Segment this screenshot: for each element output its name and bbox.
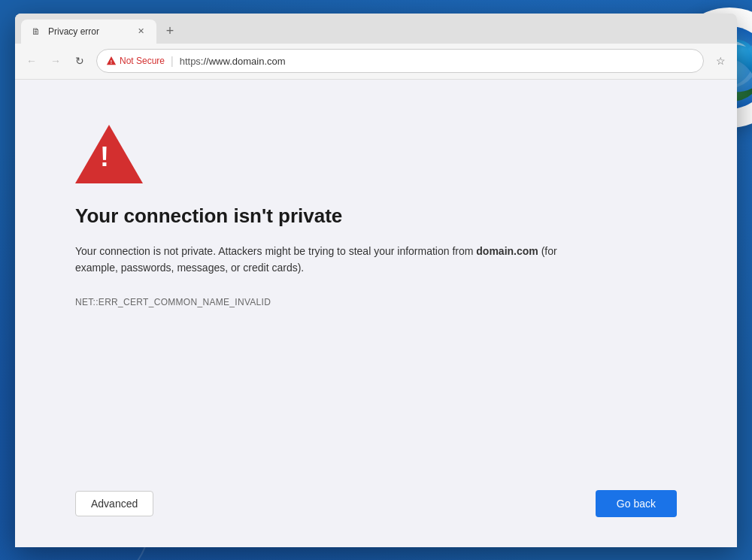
favorites-button[interactable]: ☆ bbox=[710, 50, 731, 71]
description-before: Your connection is not private. Attacker… bbox=[75, 245, 476, 257]
warning-triangle-icon bbox=[75, 125, 143, 183]
tab-title: Privacy error bbox=[48, 26, 128, 37]
browser-window: 🗎 Privacy error ✕ + ← → ↻ ! Not Secure |… bbox=[15, 14, 737, 547]
advanced-button[interactable]: Advanced bbox=[75, 491, 153, 516]
url-scheme: https bbox=[180, 56, 201, 67]
address-bar[interactable]: ! Not Secure | https://www.domain.com bbox=[96, 49, 704, 73]
warning-icon: ! bbox=[106, 56, 117, 66]
svg-text:!: ! bbox=[111, 59, 112, 65]
back-button[interactable]: ← bbox=[21, 50, 42, 71]
tab-icon: 🗎 bbox=[30, 26, 42, 38]
not-secure-label: Not Secure bbox=[120, 56, 165, 66]
url-rest: ://www.domain.com bbox=[201, 56, 286, 67]
url-divider: | bbox=[171, 55, 174, 67]
button-row: Advanced Go back bbox=[75, 475, 677, 517]
domain-text: domain.com bbox=[476, 245, 538, 257]
go-back-button[interactable]: Go back bbox=[596, 490, 677, 517]
page-content: Your connection isn't private Your conne… bbox=[15, 80, 737, 547]
warning-icon-container bbox=[75, 125, 143, 186]
active-tab[interactable]: 🗎 Privacy error ✕ bbox=[21, 20, 156, 44]
tab-close-button[interactable]: ✕ bbox=[134, 25, 147, 38]
forward-button[interactable]: → bbox=[45, 50, 66, 71]
not-secure-badge: ! Not Secure bbox=[106, 56, 165, 66]
new-tab-button[interactable]: + bbox=[159, 21, 180, 42]
error-code: NET::ERR_CERT_COMMON_NAME_INVALID bbox=[75, 297, 271, 307]
page-description: Your connection is not private. Attacker… bbox=[75, 243, 572, 277]
tab-bar: 🗎 Privacy error ✕ + bbox=[15, 14, 737, 44]
toolbar: ← → ↻ ! Not Secure | https://www.domain.… bbox=[15, 44, 737, 80]
page-heading: Your connection isn't private bbox=[75, 204, 342, 228]
reload-button[interactable]: ↻ bbox=[69, 50, 90, 71]
url-display: https://www.domain.com bbox=[180, 56, 286, 67]
